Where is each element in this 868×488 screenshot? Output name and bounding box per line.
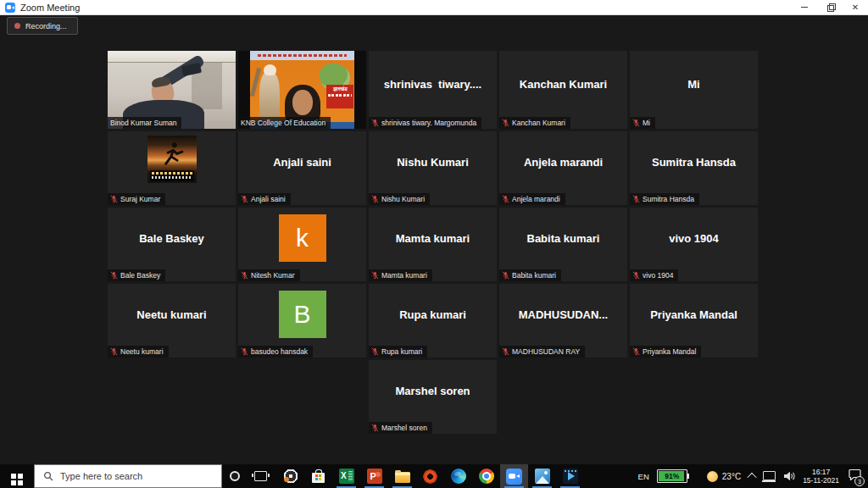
participant-tile[interactable]: vivo 1904vivo 1904	[630, 208, 758, 281]
taskbar-apps	[276, 464, 584, 488]
mic-muted-icon	[632, 271, 640, 280]
close-button[interactable]: ✕	[843, 0, 868, 14]
participant-tile[interactable]: झारखंडKNB College Of Education	[238, 51, 366, 129]
participant-name: Neetu kumari	[108, 284, 236, 346]
taskbar-app-media-player[interactable]	[276, 464, 304, 488]
taskbar-app-edge[interactable]	[444, 464, 472, 488]
participant-tile[interactable]: Rupa kumariRupa kumari	[369, 284, 497, 358]
participant-tile[interactable]: Nishu KumariNishu Kumari	[369, 131, 497, 205]
participant-tile[interactable]: Priyanka MandalPriyanka Mandal	[630, 284, 758, 358]
mic-muted-icon	[371, 424, 379, 432]
participant-label: Mamta kumari	[369, 269, 432, 281]
participant-label: MADHUSUDAN RAY	[499, 346, 585, 358]
taskbar-app-chrome[interactable]	[472, 464, 500, 488]
battery-indicator[interactable]: 91%	[657, 469, 687, 483]
task-view-button[interactable]	[248, 464, 273, 488]
participant-label-text: basudeo hansdak	[251, 347, 308, 356]
media-player-icon	[283, 469, 298, 484]
cortana-button[interactable]	[222, 464, 248, 488]
participant-name: Mi	[630, 51, 758, 117]
minimize-button[interactable]	[792, 0, 817, 14]
recording-dot-icon	[14, 23, 20, 29]
participant-label: Neetu kumari	[108, 346, 169, 358]
participant-tile[interactable]: Mamta kumariMamta kumari	[369, 208, 497, 281]
window-title: Zoom Meeting	[20, 3, 80, 13]
statue-figure	[259, 71, 280, 124]
participant-label: Mi	[630, 117, 655, 129]
mic-muted-icon	[502, 347, 509, 356]
laptop-icon[interactable]	[763, 471, 776, 480]
participant-tile[interactable]: Suraj Kumar	[108, 131, 236, 205]
participant-tile[interactable]: Anjela marandiAnjela marandi	[499, 131, 627, 205]
zoom-app-icon	[5, 3, 15, 13]
participant-name: Priyanka Mandal	[630, 284, 758, 346]
mic-muted-icon	[241, 271, 248, 280]
meeting-area: Recording... Binod Kumar SumanझारखंडKNB …	[0, 15, 868, 464]
restore-button[interactable]	[817, 0, 843, 14]
mic-muted-icon	[502, 195, 509, 203]
participant-label: basudeo hansdak	[238, 346, 313, 358]
participant-name: Babita kumari	[499, 208, 627, 269]
taskbar-app-powerpoint[interactable]	[360, 464, 388, 488]
participant-tile[interactable]: shrinivas tiwary....shrinivas tiwary. Ma…	[369, 51, 497, 129]
hidden-icons-chevron[interactable]	[747, 473, 756, 482]
participant-label-text: Nishu Kumari	[381, 195, 425, 203]
weather-widget[interactable]: 23°C	[707, 471, 741, 482]
participant-name: Anjali saini	[238, 131, 366, 193]
participant-label: Sumitra Hansda	[630, 193, 699, 205]
participant-label-text: Sumitra Hansda	[643, 195, 694, 203]
language-indicator[interactable]: EN	[638, 472, 649, 481]
participant-tile[interactable]: Anjali sainiAnjali saini	[238, 131, 366, 205]
mic-muted-icon	[502, 119, 509, 127]
clock[interactable]: 16:17 15-11-2021	[803, 468, 839, 485]
participant-tile[interactable]: Bale BaskeyBale Baskey	[108, 208, 236, 281]
cortana-icon	[230, 471, 240, 481]
participant-name: Bale Baskey	[108, 208, 236, 269]
recording-indicator[interactable]: Recording...	[7, 17, 78, 35]
participant-name: Sumitra Hansda	[630, 131, 758, 193]
participant-label: Suraj Kumar	[108, 193, 165, 205]
participant-name: Anjela marandi	[499, 131, 627, 193]
mic-muted-icon	[110, 271, 118, 280]
participant-tile[interactable]: Marshel sorenMarshel soren	[369, 360, 497, 434]
participant-label-text: Anjali saini	[251, 195, 286, 203]
participant-name: Marshel soren	[369, 360, 497, 422]
powerpoint-icon	[367, 469, 382, 484]
participant-tile[interactable]: MADHUSUDAN...MADHUSUDAN RAY	[499, 284, 627, 358]
participant-label-text: KNB College Of Education	[241, 119, 326, 127]
mic-muted-icon	[110, 347, 118, 356]
mic-muted-icon	[241, 347, 248, 356]
clock-date: 15-11-2021	[803, 476, 839, 485]
participant-label: shrinivas tiwary. Margomunda	[369, 117, 481, 129]
participant-label: Binod Kumar Suman	[108, 117, 181, 129]
taskbar-app-photos[interactable]	[528, 464, 556, 488]
chrome-icon	[479, 469, 494, 484]
edge-icon	[451, 469, 466, 484]
taskbar-app-zoom[interactable]	[500, 464, 528, 488]
participant-label: vivo 1904	[630, 269, 678, 281]
notification-button[interactable]: 3	[849, 469, 861, 484]
taskbar: Type here to search EN 91% 23°C 16:17 15…	[0, 464, 868, 488]
participant-name: Kanchan Kumari	[499, 51, 627, 117]
participant-tile[interactable]: Kanchan KumariKanchan Kumari	[499, 51, 627, 129]
participant-tile[interactable]: Babita kumariBabita kumari	[499, 208, 627, 281]
clock-time: 16:17	[803, 468, 839, 476]
participant-tile[interactable]: Neetu kumariNeetu kumari	[108, 284, 236, 358]
taskbar-app-movies-tv[interactable]	[556, 464, 584, 488]
participant-tile[interactable]: kNitesh Kumar	[238, 208, 366, 281]
taskbar-app-excel[interactable]	[332, 464, 360, 488]
participant-tile[interactable]: MiMi	[630, 51, 758, 129]
participant-tile[interactable]: Bbasudeo hansdak	[238, 284, 366, 358]
mic-muted-icon	[632, 347, 640, 356]
taskbar-app-office[interactable]	[416, 464, 444, 488]
participant-tile[interactable]: Binod Kumar Suman	[108, 51, 236, 129]
participant-label: Anjali saini	[238, 193, 291, 205]
participant-tile[interactable]: Sumitra HansdaSumitra Hansda	[630, 131, 758, 205]
mic-muted-icon	[110, 195, 118, 203]
taskbar-app-file-explorer[interactable]	[388, 464, 416, 488]
speaker-icon[interactable]	[783, 471, 795, 481]
start-button[interactable]	[0, 464, 34, 488]
taskbar-app-microsoft-store[interactable]	[304, 464, 332, 488]
taskbar-search[interactable]: Type here to search	[34, 464, 222, 488]
movies-tv-icon	[563, 469, 578, 484]
